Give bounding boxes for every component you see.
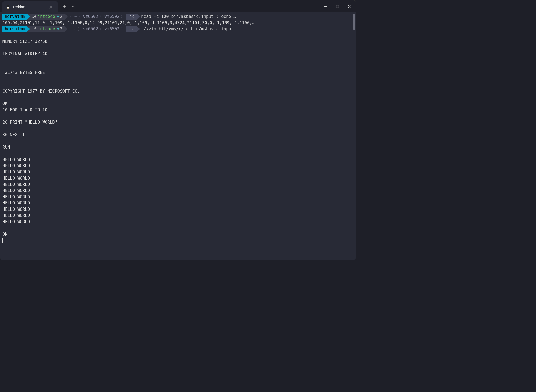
tab-title: Debian [13, 5, 44, 9]
close-icon [49, 6, 52, 9]
prompt-cwd: ic [130, 26, 135, 32]
prompt-branch: intcode [38, 14, 55, 20]
prompt-path-group: 〉~ 〉vm6502 〉vm6502 〉 [65, 26, 126, 32]
svg-point-5 [7, 9, 8, 9]
path-part: vm6502 [104, 26, 119, 32]
prompt-branch: intcode [38, 26, 55, 32]
prompt-git-seg: ⎇ intcode ⚑ 2 [27, 14, 64, 20]
terminal-area[interactable]: horvathm ⎇ intcode ⚑ 2 〉~ 〉vm6502 〉vm650… [0, 12, 356, 260]
tab-close-button[interactable] [47, 3, 54, 11]
chevron-right-icon: 〉 [119, 26, 126, 32]
git-flag-icon: ⚑ [57, 27, 59, 31]
svg-rect-7 [336, 5, 339, 8]
svg-point-0 [7, 5, 9, 7]
chevron-right-icon: 〉 [98, 26, 104, 32]
tab-dropdown-button[interactable] [69, 2, 78, 11]
new-tab-button[interactable] [60, 2, 69, 11]
prompt-gitnum: 2 [60, 26, 62, 32]
path-part: vm6502 [83, 26, 98, 32]
minimize-icon [324, 5, 327, 8]
scrollbar-thumb[interactable] [353, 14, 355, 30]
close-icon [348, 5, 351, 8]
tux-icon [6, 5, 10, 9]
git-branch-icon: ⎇ [32, 26, 36, 32]
maximize-button[interactable] [331, 2, 343, 10]
prompt-cwd: ic [130, 14, 135, 20]
svg-point-6 [8, 9, 9, 9]
plus-icon [63, 5, 66, 8]
tabs-area: Debian [0, 0, 78, 12]
prompt-line-1: horvathm ⎇ intcode ⚑ 2 〉~ 〉vm6502 〉vm650… [2, 14, 353, 20]
command-text: ~/xzintbit/vms/c/ic bin/msbasic.input [141, 26, 233, 32]
output-block: MEMORY SIZE? 32768 TERMINAL WIDTH? 40 31… [2, 32, 353, 238]
prompt-path-group: 〉~ 〉vm6502 〉vm6502 〉 [65, 14, 126, 20]
chevron-down-icon [72, 6, 75, 7]
path-part: vm6502 [104, 14, 119, 20]
minimize-button[interactable] [319, 2, 331, 10]
prompt-user-seg: horvathm [2, 26, 27, 32]
prompt-user-seg: horvathm [2, 14, 27, 20]
prompt-user: horvathm [5, 14, 25, 20]
close-window-button[interactable] [343, 2, 356, 10]
chevron-right-icon: 〉 [77, 14, 83, 20]
titlebar: Debian [0, 0, 356, 12]
git-flag-icon: ⚑ [57, 14, 59, 19]
cursor-line [2, 237, 353, 244]
prompt-line-2: horvathm ⎇ intcode ⚑ 2 〉~ 〉vm6502 〉vm650… [2, 26, 353, 32]
text-cursor [2, 238, 3, 243]
chevron-right-icon: 〉 [77, 26, 83, 32]
path-part: ~ [74, 14, 77, 20]
svg-point-2 [7, 7, 9, 9]
prompt-cwd-seg: ic [126, 26, 137, 32]
git-branch-icon: ⎇ [32, 14, 36, 20]
window-controls [319, 0, 356, 12]
chevron-right-icon: 〉 [119, 14, 126, 20]
path-part: vm6502 [83, 14, 98, 20]
prompt-git-seg: ⎇ intcode ⚑ 2 [27, 26, 64, 32]
prompt-gitnum: 2 [60, 14, 62, 20]
tab-debian[interactable]: Debian [2, 1, 58, 12]
prompt-cwd-seg: ic [126, 14, 137, 20]
command-text: head -c 100 bin/msbasic.input ; echo … [141, 14, 236, 20]
chevron-right-icon: 〉 [98, 14, 104, 20]
maximize-icon [336, 5, 339, 8]
output-line: 109,94,21101,11,0,-1,109,-1,1106,0,12,99… [2, 20, 353, 26]
path-part: ~ [74, 26, 77, 32]
svg-point-3 [7, 6, 8, 6]
prompt-user: horvathm [5, 26, 25, 32]
svg-point-4 [8, 6, 9, 6]
